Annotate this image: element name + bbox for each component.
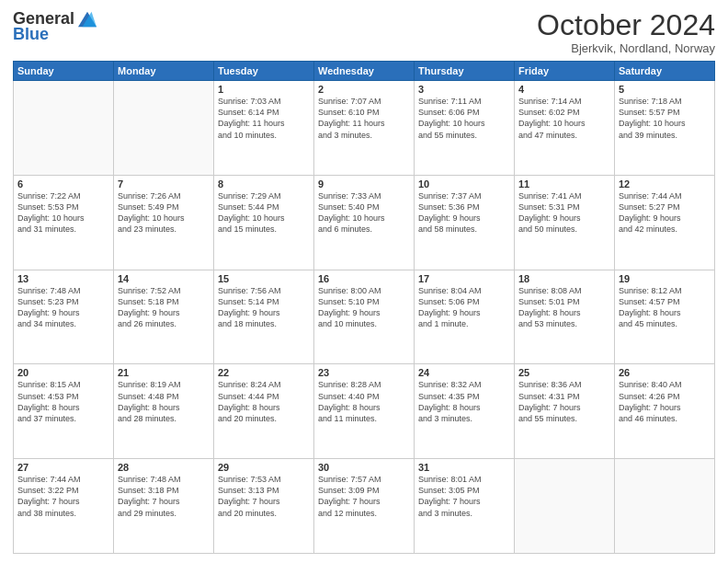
day-number: 17 xyxy=(418,273,510,284)
day-detail: Sunrise: 7:53 AM Sunset: 3:13 PM Dayligh… xyxy=(218,474,310,519)
day-detail: Sunrise: 7:57 AM Sunset: 3:09 PM Dayligh… xyxy=(318,474,410,519)
day-detail: Sunrise: 7:44 AM Sunset: 5:27 PM Dayligh… xyxy=(619,190,711,236)
col-friday: Friday xyxy=(515,62,615,81)
day-number: 23 xyxy=(318,367,410,378)
day-detail: Sunrise: 7:41 AM Sunset: 5:31 PM Dayligh… xyxy=(518,190,610,236)
table-row xyxy=(615,459,715,554)
table-row: 13Sunrise: 7:48 AM Sunset: 5:23 PM Dayli… xyxy=(14,270,114,364)
calendar-week-row: 1Sunrise: 7:03 AM Sunset: 6:14 PM Daylig… xyxy=(14,81,715,176)
table-row: 31Sunrise: 8:01 AM Sunset: 3:05 PM Dayli… xyxy=(415,459,515,554)
day-detail: Sunrise: 8:04 AM Sunset: 5:06 PM Dayligh… xyxy=(418,285,510,330)
day-detail: Sunrise: 7:07 AM Sunset: 6:10 PM Dayligh… xyxy=(318,96,410,141)
table-row: 19Sunrise: 8:12 AM Sunset: 4:57 PM Dayli… xyxy=(615,270,715,364)
day-number: 29 xyxy=(218,462,310,473)
day-number: 22 xyxy=(218,367,310,378)
day-detail: Sunrise: 7:48 AM Sunset: 5:23 PM Dayligh… xyxy=(17,285,109,330)
table-row: 6Sunrise: 7:22 AM Sunset: 5:53 PM Daylig… xyxy=(14,175,114,270)
day-number: 7 xyxy=(118,178,210,190)
day-number: 30 xyxy=(318,462,410,473)
calendar-week-row: 13Sunrise: 7:48 AM Sunset: 5:23 PM Dayli… xyxy=(14,270,715,364)
table-row: 23Sunrise: 8:28 AM Sunset: 4:40 PM Dayli… xyxy=(314,364,415,459)
table-row: 4Sunrise: 7:14 AM Sunset: 6:02 PM Daylig… xyxy=(515,81,615,176)
calendar-week-row: 27Sunrise: 7:44 AM Sunset: 3:22 PM Dayli… xyxy=(14,459,715,554)
day-number: 11 xyxy=(518,178,610,190)
col-saturday: Saturday xyxy=(615,62,715,81)
table-row: 29Sunrise: 7:53 AM Sunset: 3:13 PM Dayli… xyxy=(214,459,314,554)
day-number: 12 xyxy=(619,178,711,190)
col-sunday: Sunday xyxy=(14,62,114,81)
table-row: 3Sunrise: 7:11 AM Sunset: 6:06 PM Daylig… xyxy=(415,81,515,176)
day-number: 14 xyxy=(118,273,210,284)
day-detail: Sunrise: 7:52 AM Sunset: 5:18 PM Dayligh… xyxy=(118,285,210,330)
day-number: 26 xyxy=(619,367,711,378)
table-row: 28Sunrise: 7:48 AM Sunset: 3:18 PM Dayli… xyxy=(114,459,214,554)
table-row: 25Sunrise: 8:36 AM Sunset: 4:31 PM Dayli… xyxy=(515,364,615,459)
day-number: 27 xyxy=(17,462,109,473)
day-detail: Sunrise: 7:33 AM Sunset: 5:40 PM Dayligh… xyxy=(318,190,410,236)
month-title: October 2024 xyxy=(537,9,715,41)
day-detail: Sunrise: 8:01 AM Sunset: 3:05 PM Dayligh… xyxy=(418,474,510,519)
day-number: 4 xyxy=(518,84,610,95)
day-number: 15 xyxy=(218,273,310,284)
day-detail: Sunrise: 8:40 AM Sunset: 4:26 PM Dayligh… xyxy=(619,379,711,424)
table-row: 15Sunrise: 7:56 AM Sunset: 5:14 PM Dayli… xyxy=(214,270,314,364)
day-detail: Sunrise: 7:22 AM Sunset: 5:53 PM Dayligh… xyxy=(17,190,109,236)
day-detail: Sunrise: 8:36 AM Sunset: 4:31 PM Dayligh… xyxy=(518,379,610,424)
col-wednesday: Wednesday xyxy=(314,62,415,81)
table-row: 9Sunrise: 7:33 AM Sunset: 5:40 PM Daylig… xyxy=(314,175,415,270)
calendar-table: Sunday Monday Tuesday Wednesday Thursday… xyxy=(13,61,715,554)
day-detail: Sunrise: 8:32 AM Sunset: 4:35 PM Dayligh… xyxy=(418,379,510,424)
day-number: 16 xyxy=(318,273,410,284)
page: General Blue October 2024 Bjerkvik, Nord… xyxy=(0,0,728,563)
day-detail: Sunrise: 8:24 AM Sunset: 4:44 PM Dayligh… xyxy=(218,379,310,424)
table-row: 1Sunrise: 7:03 AM Sunset: 6:14 PM Daylig… xyxy=(214,81,314,176)
table-row: 2Sunrise: 7:07 AM Sunset: 6:10 PM Daylig… xyxy=(314,81,415,176)
table-row: 14Sunrise: 7:52 AM Sunset: 5:18 PM Dayli… xyxy=(114,270,214,364)
day-number: 5 xyxy=(619,84,711,95)
table-row: 21Sunrise: 8:19 AM Sunset: 4:48 PM Dayli… xyxy=(114,364,214,459)
calendar-week-row: 6Sunrise: 7:22 AM Sunset: 5:53 PM Daylig… xyxy=(14,175,715,270)
table-row: 18Sunrise: 8:08 AM Sunset: 5:01 PM Dayli… xyxy=(515,270,615,364)
day-number: 28 xyxy=(118,462,210,473)
table-row xyxy=(515,459,615,554)
day-number: 20 xyxy=(17,367,109,378)
day-detail: Sunrise: 8:15 AM Sunset: 4:53 PM Dayligh… xyxy=(17,379,109,424)
day-detail: Sunrise: 8:19 AM Sunset: 4:48 PM Dayligh… xyxy=(118,379,210,424)
logo-blue: Blue xyxy=(13,25,49,44)
day-number: 19 xyxy=(619,273,711,284)
table-row: 22Sunrise: 8:24 AM Sunset: 4:44 PM Dayli… xyxy=(214,364,314,459)
table-row xyxy=(14,81,114,176)
day-number: 25 xyxy=(518,367,610,378)
day-detail: Sunrise: 8:12 AM Sunset: 4:57 PM Dayligh… xyxy=(619,285,711,330)
day-number: 24 xyxy=(418,367,510,378)
table-row: 10Sunrise: 7:37 AM Sunset: 5:36 PM Dayli… xyxy=(415,175,515,270)
day-number: 9 xyxy=(318,178,410,190)
day-number: 2 xyxy=(318,84,410,95)
table-row: 7Sunrise: 7:26 AM Sunset: 5:49 PM Daylig… xyxy=(114,175,214,270)
day-number: 1 xyxy=(218,84,310,95)
day-detail: Sunrise: 7:14 AM Sunset: 6:02 PM Dayligh… xyxy=(518,96,610,141)
day-detail: Sunrise: 7:03 AM Sunset: 6:14 PM Dayligh… xyxy=(218,96,310,141)
header: General Blue October 2024 Bjerkvik, Nord… xyxy=(13,9,715,55)
table-row: 20Sunrise: 8:15 AM Sunset: 4:53 PM Dayli… xyxy=(14,364,114,459)
day-detail: Sunrise: 7:44 AM Sunset: 3:22 PM Dayligh… xyxy=(17,474,109,519)
day-number: 18 xyxy=(518,273,610,284)
day-detail: Sunrise: 8:28 AM Sunset: 4:40 PM Dayligh… xyxy=(318,379,410,424)
day-detail: Sunrise: 7:11 AM Sunset: 6:06 PM Dayligh… xyxy=(418,96,510,141)
table-row: 30Sunrise: 7:57 AM Sunset: 3:09 PM Dayli… xyxy=(314,459,415,554)
day-detail: Sunrise: 7:26 AM Sunset: 5:49 PM Dayligh… xyxy=(118,190,210,236)
table-row: 11Sunrise: 7:41 AM Sunset: 5:31 PM Dayli… xyxy=(515,175,615,270)
day-number: 10 xyxy=(418,178,510,190)
col-monday: Monday xyxy=(114,62,214,81)
day-number: 13 xyxy=(17,273,109,284)
day-detail: Sunrise: 7:18 AM Sunset: 5:57 PM Dayligh… xyxy=(619,96,711,141)
location-subtitle: Bjerkvik, Nordland, Norway xyxy=(537,41,715,55)
table-row: 24Sunrise: 8:32 AM Sunset: 4:35 PM Dayli… xyxy=(415,364,515,459)
col-tuesday: Tuesday xyxy=(214,62,314,81)
day-number: 21 xyxy=(118,367,210,378)
col-thursday: Thursday xyxy=(415,62,515,81)
logo-icon xyxy=(78,10,97,29)
table-row: 27Sunrise: 7:44 AM Sunset: 3:22 PM Dayli… xyxy=(14,459,114,554)
day-detail: Sunrise: 7:29 AM Sunset: 5:44 PM Dayligh… xyxy=(218,190,310,236)
table-row: 8Sunrise: 7:29 AM Sunset: 5:44 PM Daylig… xyxy=(214,175,314,270)
